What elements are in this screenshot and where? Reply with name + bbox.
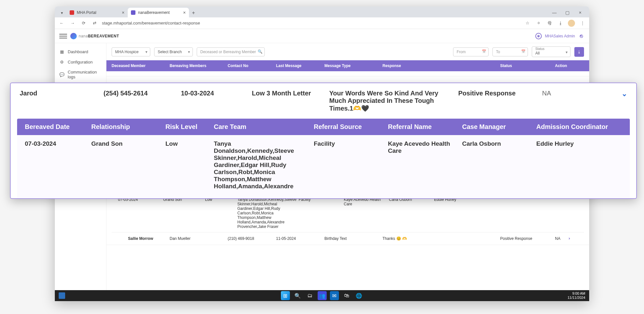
store-icon[interactable]: 🛍 — [342, 291, 351, 300]
cell-bereaving: Dan Mueller — [170, 236, 228, 241]
tab-nana-bereavement[interactable]: nanaBereavement × — [128, 8, 189, 17]
chat-icon: 💬 — [59, 72, 64, 77]
tab-dropdown[interactable]: ▾ — [57, 8, 66, 17]
cell-type: Birthday Text — [324, 236, 382, 241]
close-window-button[interactable]: × — [574, 8, 587, 17]
magnified-detail-header: Bereaved Date Relationship Risk Level Ca… — [17, 119, 630, 135]
sidebar-item-communication-logs[interactable]: 💬 Communication logs — [55, 67, 106, 82]
clock[interactable]: 9:00 AM 11/11/2024 — [568, 291, 585, 300]
taskbar: ⊞ 🔍 🗂 👥 ✉ 🛍 🌐 9:00 AM 11/11/2024 — [55, 290, 589, 301]
magnified-row: Jarod (254) 545-2614 10-03-2024 Low 3 Mo… — [11, 83, 636, 119]
status-select[interactable]: Status All — [532, 46, 570, 57]
mag-subcol-care: Care Team — [214, 123, 314, 131]
brand-prefix: nana — [79, 34, 88, 38]
col-last: Last Message — [276, 64, 324, 68]
search-input[interactable]: Deceased or Bereaving Member — [197, 47, 265, 56]
mag-subcol-date: Bereaved Date — [17, 123, 91, 131]
mag-subcol-rel: Relationship — [91, 123, 165, 131]
filter-bar: MHA Hospice Select Branch Deceased or Be… — [106, 43, 589, 60]
extensions-icon[interactable]: ✧ — [535, 21, 542, 25]
mag-detail-date: 07-03-2024 — [17, 140, 91, 147]
col-status: Status — [500, 64, 555, 68]
app-header: nanaBEREAVEMENT ◉ MHASales Admin ⎋ — [55, 29, 589, 43]
select-value: MHA Hospice — [115, 50, 139, 54]
mag-detail-refname: Kaye Acevedo Health Care — [388, 140, 462, 154]
minimize-button[interactable]: — — [548, 8, 561, 17]
translate-icon[interactable]: ⺟ — [546, 20, 553, 26]
col-bereaving: Bereaving Members — [170, 64, 228, 68]
chevron-right-icon[interactable]: ⌄ — [566, 237, 571, 240]
cell-status: Positive Response — [500, 236, 555, 241]
mag-subcol-risk: Risk Level — [165, 123, 214, 131]
tab-title: nanaBereavement — [138, 10, 170, 15]
chrome-icon[interactable]: 🌐 — [354, 291, 363, 300]
sidebar-item-dashboard[interactable]: ▦ Dashboard — [55, 46, 106, 57]
back-button[interactable]: ← — [58, 21, 65, 25]
status-value: All — [535, 51, 562, 55]
mag-response: Your Words Were So Kind And Very Much Ap… — [329, 90, 458, 112]
mag-detail-casemgr: Carla Osborn — [462, 140, 536, 147]
start-icon[interactable]: ⊞ — [281, 291, 290, 300]
partial-row — [106, 71, 589, 76]
col-type: Message Type — [324, 64, 382, 68]
maximize-button[interactable]: ▢ — [561, 8, 574, 17]
reload-button[interactable]: ⟳ — [80, 21, 87, 25]
col-response: Response — [382, 64, 500, 68]
new-tab-button[interactable]: + — [189, 8, 198, 17]
date-placeholder: From — [457, 50, 466, 54]
branch-select[interactable]: Select Branch — [154, 47, 193, 56]
brand-bold: BEREAVEMENT — [88, 34, 119, 38]
magnified-detail-row: 07-03-2024 Grand Son Low Tanya Donaldson… — [17, 135, 630, 198]
cell-deceased: Sallie Morrow — [112, 236, 170, 241]
teams-icon[interactable]: 👥 — [318, 291, 327, 300]
search-placeholder: Deceased or Bereaving Member — [200, 50, 256, 54]
select-value: Select Branch — [158, 50, 182, 54]
logout-icon[interactable]: ⎋ — [578, 33, 585, 39]
mag-action: NA — [542, 90, 621, 97]
col-deceased: Deceased Member — [112, 64, 170, 68]
favicon-icon — [70, 10, 74, 15]
mag-detail-rel: Grand Son — [91, 140, 165, 147]
url-text[interactable]: stage.mhaportal.com/bereavement/contact-… — [102, 21, 520, 25]
detail-row: 07-03-2024 Grand Son Low Tanya Donaldson… — [112, 194, 584, 232]
close-icon[interactable]: × — [183, 10, 186, 15]
download-button[interactable]: ⭳ — [574, 47, 584, 57]
star-icon[interactable]: ☆ — [524, 21, 531, 25]
dashboard-icon: ▦ — [59, 49, 64, 54]
mag-subcol-refsrc: Referral Source — [314, 123, 388, 131]
chevron-down-icon[interactable]: ⌄ — [621, 90, 627, 98]
hamburger-button[interactable] — [59, 32, 67, 40]
menu-icon[interactable]: ⋮ — [579, 21, 586, 25]
logo-icon — [70, 33, 77, 39]
site-info-icon[interactable]: ⇄ — [91, 21, 98, 25]
sidebar-label: Configuration — [68, 60, 93, 64]
profile-avatar[interactable] — [568, 20, 575, 27]
mag-status: Positive Response — [458, 90, 542, 97]
gear-icon: ⚙ — [59, 59, 64, 64]
forward-button[interactable]: → — [69, 21, 76, 25]
outlook-icon[interactable]: ✉ — [330, 291, 339, 300]
downloads-icon[interactable]: ⭳ — [557, 21, 564, 25]
tab-title: MHA Portal — [77, 10, 96, 15]
user-name[interactable]: MHASales Admin — [545, 34, 575, 38]
sidebar-item-configuration[interactable]: ⚙ Configuration — [55, 57, 106, 67]
to-date-input[interactable]: To — [492, 47, 528, 56]
cell-action: NA — [555, 236, 560, 241]
table-row[interactable]: Sallie Morrow Dan Mueller (210) 469-9018… — [106, 232, 589, 245]
taskview-icon[interactable] — [59, 292, 65, 299]
mag-last: 10-03-2024 — [181, 90, 252, 97]
user-icon: ◉ — [535, 33, 542, 39]
mag-contact: (254) 545-2614 — [104, 90, 181, 97]
mag-subcol-casemgr: Case Manager — [462, 123, 536, 131]
hospice-select[interactable]: MHA Hospice — [112, 47, 150, 56]
detail-care: Tanya Donaldson,Kennedy,Steeve Skinner,H… — [237, 197, 299, 229]
close-icon[interactable]: × — [122, 10, 124, 15]
search-icon[interactable]: 🔍 — [293, 291, 302, 300]
mag-bereaving: Jarod — [20, 90, 104, 97]
app-logo: nanaBEREAVEMENT — [70, 33, 119, 39]
tab-mha-portal[interactable]: MHA Portal × — [66, 8, 128, 17]
date: 11/11/2024 — [568, 296, 585, 300]
explorer-icon[interactable]: 🗂 — [305, 291, 314, 300]
from-date-input[interactable]: From — [453, 47, 489, 56]
sidebar-label: Communication logs — [68, 70, 102, 79]
